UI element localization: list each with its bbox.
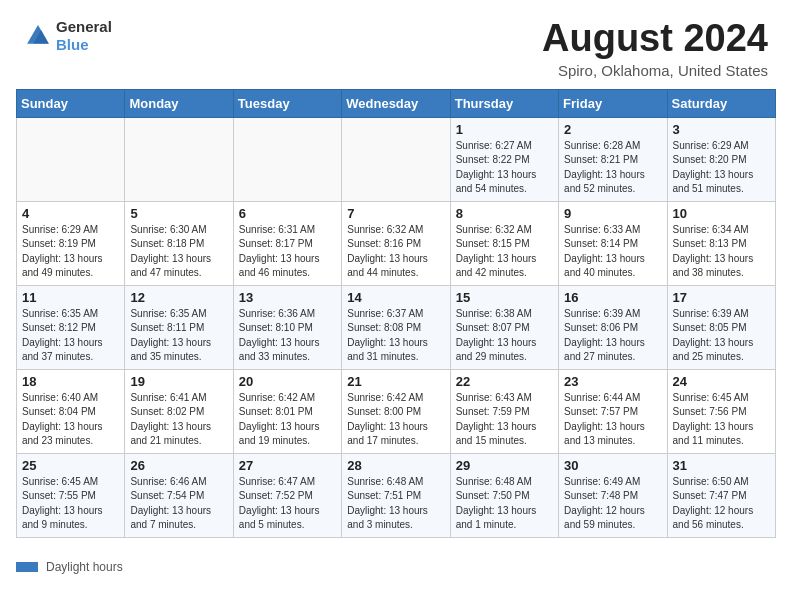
day-number: 13	[239, 290, 336, 305]
day-info: Sunrise: 6:39 AM Sunset: 8:05 PM Dayligh…	[673, 307, 770, 365]
day-info: Sunrise: 6:38 AM Sunset: 8:07 PM Dayligh…	[456, 307, 553, 365]
calendar-cell: 29Sunrise: 6:48 AM Sunset: 7:50 PM Dayli…	[450, 453, 558, 537]
day-info: Sunrise: 6:39 AM Sunset: 8:06 PM Dayligh…	[564, 307, 661, 365]
calendar-cell: 2Sunrise: 6:28 AM Sunset: 8:21 PM Daylig…	[559, 117, 667, 201]
calendar-cell: 16Sunrise: 6:39 AM Sunset: 8:06 PM Dayli…	[559, 285, 667, 369]
calendar-cell: 6Sunrise: 6:31 AM Sunset: 8:17 PM Daylig…	[233, 201, 341, 285]
legend-bar-icon	[16, 562, 38, 572]
day-info: Sunrise: 6:33 AM Sunset: 8:14 PM Dayligh…	[564, 223, 661, 281]
day-number: 11	[22, 290, 119, 305]
day-info: Sunrise: 6:32 AM Sunset: 8:15 PM Dayligh…	[456, 223, 553, 281]
day-number: 9	[564, 206, 661, 221]
day-number: 22	[456, 374, 553, 389]
day-info: Sunrise: 6:36 AM Sunset: 8:10 PM Dayligh…	[239, 307, 336, 365]
day-info: Sunrise: 6:28 AM Sunset: 8:21 PM Dayligh…	[564, 139, 661, 197]
day-number: 5	[130, 206, 227, 221]
day-number: 6	[239, 206, 336, 221]
weekday-header-row: SundayMondayTuesdayWednesdayThursdayFrid…	[17, 89, 776, 117]
calendar-cell: 17Sunrise: 6:39 AM Sunset: 8:05 PM Dayli…	[667, 285, 775, 369]
day-number: 17	[673, 290, 770, 305]
day-info: Sunrise: 6:35 AM Sunset: 8:12 PM Dayligh…	[22, 307, 119, 365]
calendar-week-row: 4Sunrise: 6:29 AM Sunset: 8:19 PM Daylig…	[17, 201, 776, 285]
calendar-cell: 28Sunrise: 6:48 AM Sunset: 7:51 PM Dayli…	[342, 453, 450, 537]
calendar: SundayMondayTuesdayWednesdayThursdayFrid…	[0, 89, 792, 554]
day-number: 26	[130, 458, 227, 473]
weekday-header: Thursday	[450, 89, 558, 117]
calendar-cell: 18Sunrise: 6:40 AM Sunset: 8:04 PM Dayli…	[17, 369, 125, 453]
calendar-header: SundayMondayTuesdayWednesdayThursdayFrid…	[17, 89, 776, 117]
day-number: 2	[564, 122, 661, 137]
day-info: Sunrise: 6:31 AM Sunset: 8:17 PM Dayligh…	[239, 223, 336, 281]
day-info: Sunrise: 6:27 AM Sunset: 8:22 PM Dayligh…	[456, 139, 553, 197]
day-number: 18	[22, 374, 119, 389]
day-number: 31	[673, 458, 770, 473]
location-subtitle: Spiro, Oklahoma, United States	[542, 62, 768, 79]
day-info: Sunrise: 6:37 AM Sunset: 8:08 PM Dayligh…	[347, 307, 444, 365]
day-number: 30	[564, 458, 661, 473]
day-number: 10	[673, 206, 770, 221]
day-info: Sunrise: 6:48 AM Sunset: 7:51 PM Dayligh…	[347, 475, 444, 533]
day-number: 25	[22, 458, 119, 473]
day-info: Sunrise: 6:32 AM Sunset: 8:16 PM Dayligh…	[347, 223, 444, 281]
day-info: Sunrise: 6:45 AM Sunset: 7:56 PM Dayligh…	[673, 391, 770, 449]
day-info: Sunrise: 6:48 AM Sunset: 7:50 PM Dayligh…	[456, 475, 553, 533]
weekday-header: Sunday	[17, 89, 125, 117]
day-info: Sunrise: 6:46 AM Sunset: 7:54 PM Dayligh…	[130, 475, 227, 533]
day-info: Sunrise: 6:45 AM Sunset: 7:55 PM Dayligh…	[22, 475, 119, 533]
calendar-cell: 19Sunrise: 6:41 AM Sunset: 8:02 PM Dayli…	[125, 369, 233, 453]
calendar-cell: 30Sunrise: 6:49 AM Sunset: 7:48 PM Dayli…	[559, 453, 667, 537]
calendar-cell: 11Sunrise: 6:35 AM Sunset: 8:12 PM Dayli…	[17, 285, 125, 369]
calendar-cell: 22Sunrise: 6:43 AM Sunset: 7:59 PM Dayli…	[450, 369, 558, 453]
day-number: 21	[347, 374, 444, 389]
title-block: August 2024 Spiro, Oklahoma, United Stat…	[542, 18, 768, 79]
calendar-cell: 14Sunrise: 6:37 AM Sunset: 8:08 PM Dayli…	[342, 285, 450, 369]
calendar-cell: 10Sunrise: 6:34 AM Sunset: 8:13 PM Dayli…	[667, 201, 775, 285]
day-info: Sunrise: 6:47 AM Sunset: 7:52 PM Dayligh…	[239, 475, 336, 533]
month-year-title: August 2024	[542, 18, 768, 60]
calendar-cell: 20Sunrise: 6:42 AM Sunset: 8:01 PM Dayli…	[233, 369, 341, 453]
weekday-header: Tuesday	[233, 89, 341, 117]
day-number: 19	[130, 374, 227, 389]
day-info: Sunrise: 6:49 AM Sunset: 7:48 PM Dayligh…	[564, 475, 661, 533]
logo: General Blue	[24, 18, 112, 54]
calendar-cell: 1Sunrise: 6:27 AM Sunset: 8:22 PM Daylig…	[450, 117, 558, 201]
day-number: 14	[347, 290, 444, 305]
legend: Daylight hours	[0, 554, 792, 574]
day-number: 24	[673, 374, 770, 389]
calendar-week-row: 18Sunrise: 6:40 AM Sunset: 8:04 PM Dayli…	[17, 369, 776, 453]
day-info: Sunrise: 6:50 AM Sunset: 7:47 PM Dayligh…	[673, 475, 770, 533]
day-number: 8	[456, 206, 553, 221]
day-number: 29	[456, 458, 553, 473]
legend-label: Daylight hours	[46, 560, 123, 574]
day-info: Sunrise: 6:44 AM Sunset: 7:57 PM Dayligh…	[564, 391, 661, 449]
day-info: Sunrise: 6:35 AM Sunset: 8:11 PM Dayligh…	[130, 307, 227, 365]
logo-icon	[24, 22, 52, 50]
day-info: Sunrise: 6:34 AM Sunset: 8:13 PM Dayligh…	[673, 223, 770, 281]
calendar-cell: 8Sunrise: 6:32 AM Sunset: 8:15 PM Daylig…	[450, 201, 558, 285]
calendar-cell: 15Sunrise: 6:38 AM Sunset: 8:07 PM Dayli…	[450, 285, 558, 369]
calendar-cell	[233, 117, 341, 201]
calendar-cell	[125, 117, 233, 201]
day-number: 15	[456, 290, 553, 305]
calendar-cell: 21Sunrise: 6:42 AM Sunset: 8:00 PM Dayli…	[342, 369, 450, 453]
weekday-header: Monday	[125, 89, 233, 117]
day-number: 4	[22, 206, 119, 221]
calendar-cell: 4Sunrise: 6:29 AM Sunset: 8:19 PM Daylig…	[17, 201, 125, 285]
day-number: 1	[456, 122, 553, 137]
day-info: Sunrise: 6:41 AM Sunset: 8:02 PM Dayligh…	[130, 391, 227, 449]
calendar-cell: 23Sunrise: 6:44 AM Sunset: 7:57 PM Dayli…	[559, 369, 667, 453]
day-number: 28	[347, 458, 444, 473]
logo-general-text: General	[56, 18, 112, 35]
calendar-cell: 26Sunrise: 6:46 AM Sunset: 7:54 PM Dayli…	[125, 453, 233, 537]
day-info: Sunrise: 6:30 AM Sunset: 8:18 PM Dayligh…	[130, 223, 227, 281]
calendar-body: 1Sunrise: 6:27 AM Sunset: 8:22 PM Daylig…	[17, 117, 776, 537]
calendar-cell: 3Sunrise: 6:29 AM Sunset: 8:20 PM Daylig…	[667, 117, 775, 201]
weekday-header: Friday	[559, 89, 667, 117]
calendar-table: SundayMondayTuesdayWednesdayThursdayFrid…	[16, 89, 776, 538]
day-info: Sunrise: 6:43 AM Sunset: 7:59 PM Dayligh…	[456, 391, 553, 449]
calendar-cell: 5Sunrise: 6:30 AM Sunset: 8:18 PM Daylig…	[125, 201, 233, 285]
day-number: 20	[239, 374, 336, 389]
calendar-week-row: 25Sunrise: 6:45 AM Sunset: 7:55 PM Dayli…	[17, 453, 776, 537]
day-info: Sunrise: 6:29 AM Sunset: 8:20 PM Dayligh…	[673, 139, 770, 197]
calendar-cell	[342, 117, 450, 201]
